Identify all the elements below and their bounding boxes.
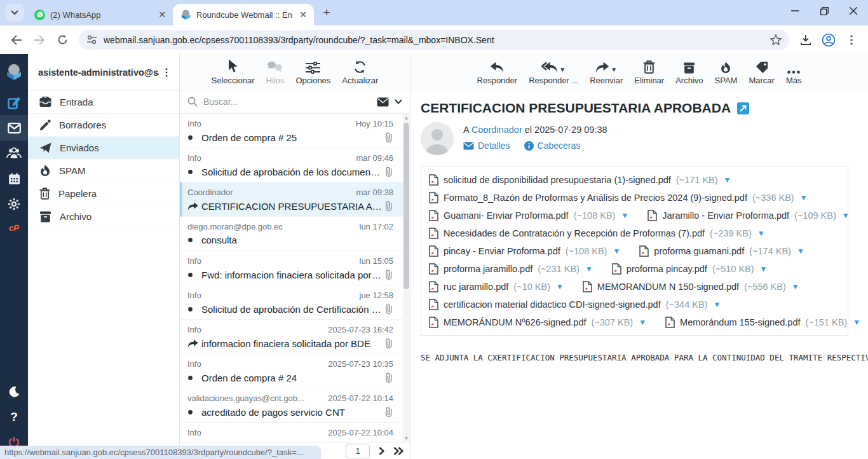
attachment-link[interactable]: MEMORANDUM N 150-signed.pdf(~556 KB)▼ <box>583 281 799 292</box>
attachment-link[interactable]: Formato_8_Razón de Proformas y Análisis … <box>429 192 808 203</box>
folder-item-archivo[interactable]: Archivo <box>28 205 179 228</box>
message-toolbar-responder-button[interactable]: ▼Responder ... <box>529 58 578 85</box>
attachment-link[interactable]: Necesidades de Contratación y Recepción … <box>429 228 765 239</box>
browser-menu-button[interactable] <box>841 30 862 50</box>
minimize-button[interactable] <box>780 0 810 22</box>
message-toolbar-eliminar-button[interactable]: Eliminar <box>634 58 664 85</box>
dropdown-caret-icon[interactable]: ▼ <box>611 66 617 74</box>
tab-roundcube[interactable]: Roundcube Webmail :: Enviados ✕ <box>173 4 314 25</box>
compose-button[interactable] <box>0 90 28 115</box>
attachment-menu-caret[interactable]: ▼ <box>613 247 620 256</box>
attachment-menu-caret[interactable]: ▼ <box>585 264 593 273</box>
message-row[interactable]: Infolun 15:05Fwd: informacion finaciera … <box>180 251 410 285</box>
cpanel-button[interactable]: cP <box>0 217 28 238</box>
tab-whatsapp[interactable]: (2) WhatsApp ✕ <box>27 4 173 25</box>
message-row[interactable]: InfoHoy 10:15Orden de compra # 25 <box>180 114 410 148</box>
attachment-menu-caret[interactable]: ▼ <box>800 193 808 202</box>
recipient-link[interactable]: Coordinador <box>471 125 522 135</box>
open-in-new-window-icon[interactable] <box>737 102 749 114</box>
downloads-button[interactable] <box>796 30 816 50</box>
attachment-link[interactable]: certificacion material didactico CDI-sig… <box>429 299 721 310</box>
attachment-link[interactable]: MEMORÁNDUM Nº626-signed.pdf(~307 KB)▼ <box>429 317 646 328</box>
attachment-menu-caret[interactable]: ▼ <box>621 211 628 220</box>
scrollbar-thumb[interactable] <box>403 123 409 289</box>
dark-mode-button[interactable] <box>0 379 28 404</box>
attachment-menu-caret[interactable]: ▼ <box>724 175 731 184</box>
attachment-link[interactable]: solicitud de disponibilidad presupuestar… <box>429 174 731 186</box>
folder-item-spam[interactable]: SPAM <box>28 160 179 182</box>
mail-nav-button[interactable] <box>0 115 28 140</box>
attachment-link[interactable]: Memorándum 155-signed.pdf(~151 KB)▼ <box>665 317 860 328</box>
close-window-button[interactable] <box>839 0 868 22</box>
search-scope-mail-icon[interactable] <box>377 97 389 107</box>
list-scrollbar[interactable]: ▲ ▼ <box>403 114 410 442</box>
url-text[interactable]: webmail.sanjuan.gob.ec/cpsess7001108393/… <box>104 35 764 45</box>
attachment-link[interactable]: ruc jaramillo.pdf(~10 KB)▼ <box>429 281 564 292</box>
attachment-link[interactable]: proforma pincay.pdf(~510 KB)▼ <box>612 263 768 275</box>
attachment-link[interactable]: proforma jaramillo.pdf(~231 KB)▼ <box>429 263 593 275</box>
message-row[interactable]: diego.moran@dpe.gob.eclun 17:02consulta <box>180 217 410 251</box>
attachment-menu-caret[interactable]: ▼ <box>757 229 765 238</box>
forward-button[interactable] <box>29 30 50 50</box>
settings-nav-button[interactable] <box>0 191 28 217</box>
page-number-input[interactable] <box>346 444 370 458</box>
attachment-menu-caret[interactable]: ▼ <box>713 300 721 309</box>
dropdown-caret-icon[interactable]: ▼ <box>559 66 566 74</box>
help-button[interactable]: ? <box>0 404 28 430</box>
message-row[interactable]: Info2025-07-23 10:35Orden de compra # 24 <box>180 354 410 388</box>
headers-toggle[interactable]: Cabeceras <box>524 140 581 151</box>
message-subject: Fwd: informacion finaciera solicitada po… <box>201 270 382 280</box>
site-settings-icon[interactable] <box>86 35 97 45</box>
message-toolbar-reenviar-button[interactable]: ▼Reenviar <box>590 58 623 85</box>
address-bar[interactable]: webmail.sanjuan.gob.ec/cpsess7001108393/… <box>79 30 789 50</box>
restore-button[interactable] <box>810 0 839 22</box>
search-options-chevron-icon[interactable] <box>395 99 402 104</box>
attachment-link[interactable]: Jaramillo - Enviar Proforma.pdf(~109 KB)… <box>648 210 849 221</box>
reload-button[interactable] <box>52 30 72 50</box>
calendar-nav-button[interactable] <box>0 166 28 191</box>
attachment-menu-caret[interactable]: ▼ <box>556 282 564 291</box>
message-toolbar-ms-button[interactable]: Más <box>786 58 802 85</box>
attachment-menu-caret[interactable]: ▼ <box>639 318 646 327</box>
message-toolbar-archivo-button[interactable]: Archivo <box>675 58 703 85</box>
attachment-menu-caret[interactable]: ▼ <box>797 247 804 256</box>
message-row[interactable]: Info2025-07-22 10:04 <box>180 423 410 442</box>
message-toolbar-responder-button[interactable]: Responder <box>477 58 518 85</box>
account-header[interactable]: asistente-administrativo@sa... ⋮ <box>28 54 179 91</box>
close-tab-icon[interactable]: ✕ <box>156 9 168 20</box>
attachment-menu-caret[interactable]: ▼ <box>760 264 768 273</box>
search-input[interactable] <box>203 97 371 107</box>
attachment-link[interactable]: Guamani- Enviar Proforma.pdf(~108 KB)▼ <box>429 210 628 221</box>
message-row[interactable]: Coordinadormar 09:38CERTIFICACION PRESUP… <box>180 182 410 217</box>
attachment-menu-caret[interactable]: ▼ <box>792 282 799 291</box>
message-row[interactable]: Info2025-07-23 16:42informacion finacier… <box>180 320 410 354</box>
tab-search-button[interactable] <box>5 4 24 22</box>
attachment-menu-caret[interactable]: ▼ <box>853 318 860 327</box>
bookmark-star-icon[interactable] <box>770 34 782 45</box>
close-tab-icon[interactable]: ✕ <box>297 9 309 20</box>
message-row[interactable]: Infomar 09:46Solicitud de aprobación de … <box>180 148 410 182</box>
list-toolbar-hilos-button[interactable]: Hilos <box>266 58 285 85</box>
account-menu-icon[interactable]: ⋮ <box>159 65 174 80</box>
contacts-nav-button[interactable] <box>0 140 28 166</box>
last-page-icon[interactable] <box>393 447 403 455</box>
folder-item-enviados[interactable]: Enviados <box>28 137 179 160</box>
list-toolbar-opciones-button[interactable]: Opciones <box>295 58 330 85</box>
message-toolbar-spam-button[interactable]: SPAM <box>715 58 738 85</box>
attachment-menu-caret[interactable]: ▼ <box>842 211 850 220</box>
list-toolbar-actualizar-button[interactable]: Actualizar <box>342 58 378 85</box>
message-toolbar-marcar-button[interactable]: Marcar <box>749 58 774 85</box>
list-toolbar-seleccionar-button[interactable]: Seleccionar <box>212 58 255 85</box>
folder-item-borradores[interactable]: Borradores <box>28 114 179 137</box>
message-row[interactable]: validaciones.guayas@cnt.gob...2025-07-22… <box>180 388 410 423</box>
next-page-icon[interactable] <box>379 447 384 455</box>
attachment-link[interactable]: pincay - Enviar Proforma.pdf(~108 KB)▼ <box>429 245 620 257</box>
back-button[interactable] <box>6 30 27 50</box>
new-tab-button[interactable]: + <box>318 4 336 22</box>
folder-item-papelera[interactable]: Papelera <box>28 182 179 205</box>
message-row[interactable]: Infojue 12:58Solicitud de aprobación de … <box>180 285 410 320</box>
attachment-link[interactable]: proforma guamani.pdf(~174 KB)▼ <box>639 245 804 257</box>
details-toggle[interactable]: Detalles <box>463 140 510 151</box>
folder-item-entrada[interactable]: Entrada <box>28 91 179 114</box>
profile-avatar[interactable] <box>818 30 839 50</box>
